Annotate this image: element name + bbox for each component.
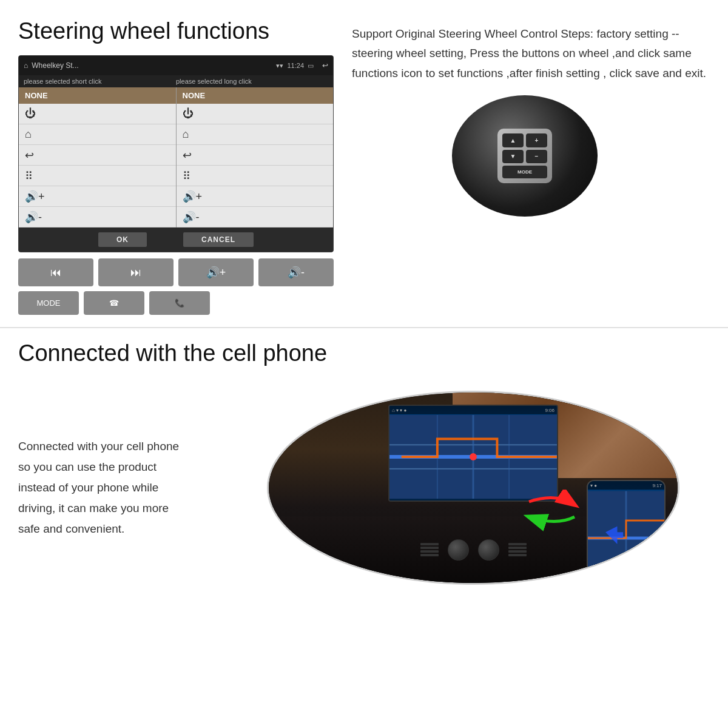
vent-slot (420, 547, 439, 549)
vent-slot (420, 550, 439, 553)
vent-slot (508, 543, 527, 545)
vent-slot (420, 554, 439, 556)
phone-desc-line2: so you can use the product (18, 457, 224, 477)
phone-status-bar: ▾ ● 9:17 (588, 481, 664, 490)
app-title: Wheelkey St... (32, 61, 78, 70)
vol-up-button[interactable]: 🔊+ (178, 258, 254, 286)
car-interior: ⌂ ▾ ▾ ● 9:06 (269, 393, 678, 583)
wifi-icon: ▾▾ (276, 62, 283, 70)
wheel-buttons-panel: ▲ + ▼ − MODE (497, 129, 552, 183)
wheel-btn-down: ▼ (502, 150, 524, 164)
table-row[interactable]: 🔊- (19, 207, 176, 228)
control-buttons-row2: MODE ☎ 📞 (18, 291, 334, 315)
col1-header: NONE (19, 87, 176, 104)
subheader-col2: please selected long click (176, 78, 328, 85)
phone-desc-line1: Connected with your cell phone (18, 436, 224, 457)
connection-arrows (523, 490, 584, 532)
android-action-buttons: OK CANCEL (19, 228, 333, 252)
wheel-circle: ▲ + ▼ − MODE (452, 95, 598, 217)
table-row[interactable]: 🔊- (177, 207, 334, 228)
map-svg (389, 414, 557, 499)
phone-time: 9:17 (652, 483, 662, 488)
home-icon: ⌂ (24, 61, 28, 70)
prev-button[interactable]: ⏮ (18, 258, 93, 286)
phone-title: Connected with the cell phone (18, 340, 710, 366)
phone-visual: ⌂ ▾ ▾ ● 9:06 (237, 385, 710, 591)
phone-description: Connected with your cell phone so you ca… (18, 436, 224, 540)
right-knob (478, 539, 499, 561)
steering-right-panel: Support Original Steering Wheel Control … (352, 18, 710, 229)
vent-slot (420, 543, 439, 545)
screen-status-bar: ⌂ ▾ ▾ ● 9:06 (389, 406, 557, 414)
cancel-button[interactable]: CANCEL (183, 232, 254, 247)
wheel-btn-minus: − (526, 150, 547, 164)
phone-desc-line3: instead of your phone while (18, 477, 224, 498)
vent-slot (508, 547, 527, 549)
phone-desc-line4: driving, it can make you more (18, 498, 224, 519)
android-ui-mockup: ⌂ Wheelkey St... ▾▾ 11:24 ▭ ↩ please sel… (18, 55, 334, 252)
table-row[interactable]: ⌂ (177, 124, 334, 145)
control-buttons-row1: ⏮ ⏭ 🔊+ 🔊- (18, 258, 334, 286)
phone-desc-line5: safe and convenient. (18, 519, 224, 539)
left-vent (420, 543, 439, 556)
wheel-btn-mode: MODE (502, 166, 547, 178)
phone-screen: ▾ ● 9:17 (588, 481, 664, 585)
table-col2: NONE ⏻ ⌂ ↩ ⠿ 🔊+ 🔊- (177, 87, 334, 228)
ok-button[interactable]: OK (98, 232, 147, 247)
table-row[interactable]: ⏻ (177, 104, 334, 124)
steering-left-panel: Steering wheel functions ⌂ Wheelkey St..… (18, 18, 334, 315)
time-display: 11:24 (287, 62, 304, 69)
phone-icons: ▾ ● (590, 483, 597, 488)
steering-description: Support Original Steering Wheel Control … (352, 24, 710, 83)
screen-time: 9:06 (545, 408, 554, 413)
subheader-col1: please selected short click (24, 78, 176, 85)
android-table: NONE ⏻ ⌂ ↩ ⠿ 🔊+ 🔊- NONE ⏻ ⌂ ↩ ⠿ 🔊+ 🔊- (19, 87, 333, 228)
right-vent (508, 543, 527, 556)
steering-title: Steering wheel functions (18, 18, 334, 44)
phone-end-button[interactable]: ☎ (84, 291, 144, 315)
android-topbar: ⌂ Wheelkey St... ▾▾ 11:24 ▭ ↩ (19, 56, 333, 75)
table-row[interactable]: 🔊+ (177, 186, 334, 207)
wheel-btn-plus: + (526, 133, 547, 147)
wheel-btn-up: ▲ (502, 133, 524, 147)
left-knob (448, 539, 469, 561)
vol-down-button[interactable]: 🔊- (258, 258, 334, 286)
phone-map-svg (588, 490, 664, 585)
phone-section: Connected with the cell phone Connected … (0, 328, 728, 603)
table-row[interactable]: ⌂ (19, 124, 176, 145)
status-bar: ▾▾ 11:24 ▭ (276, 62, 314, 70)
phone-mockup: ▾ ● 9:17 (587, 480, 666, 585)
table-row[interactable]: ⠿ (19, 166, 176, 186)
car-interior-frame: ⌂ ▾ ▾ ● 9:06 (267, 391, 679, 585)
battery-icon: ▭ (308, 62, 314, 70)
col2-header: NONE (177, 87, 334, 104)
table-row[interactable]: 🔊+ (19, 186, 176, 207)
vent-slot (508, 550, 527, 553)
svg-point-7 (470, 453, 477, 460)
table-row[interactable]: ↩ (177, 145, 334, 166)
table-col1: NONE ⏻ ⌂ ↩ ⠿ 🔊+ 🔊- (19, 87, 177, 228)
arrow-overlay (523, 490, 584, 534)
next-button[interactable]: ⏭ (98, 258, 174, 286)
head-unit-screen: ⌂ ▾ ▾ ● 9:06 (388, 405, 558, 502)
steering-section: Steering wheel functions ⌂ Wheelkey St..… (0, 0, 728, 327)
table-row[interactable]: ⠿ (177, 166, 334, 186)
phone-content: Connected with your cell phone so you ca… (18, 385, 710, 591)
phone-answer-button[interactable]: 📞 (149, 291, 210, 315)
nav-screen: ⌂ ▾ ▾ ● 9:06 (389, 406, 557, 500)
table-row[interactable]: ↩ (19, 145, 176, 166)
android-subheader: please selected short click please selec… (19, 75, 333, 87)
mode-button[interactable]: MODE (18, 291, 79, 315)
table-row[interactable]: ⏻ (19, 104, 176, 124)
screen-icons: ⌂ ▾ ▾ ● (392, 408, 406, 413)
steering-wheel-image: ▲ + ▼ − MODE (452, 95, 610, 229)
back-icon: ↩ (322, 61, 328, 70)
vent-slot (508, 554, 527, 556)
